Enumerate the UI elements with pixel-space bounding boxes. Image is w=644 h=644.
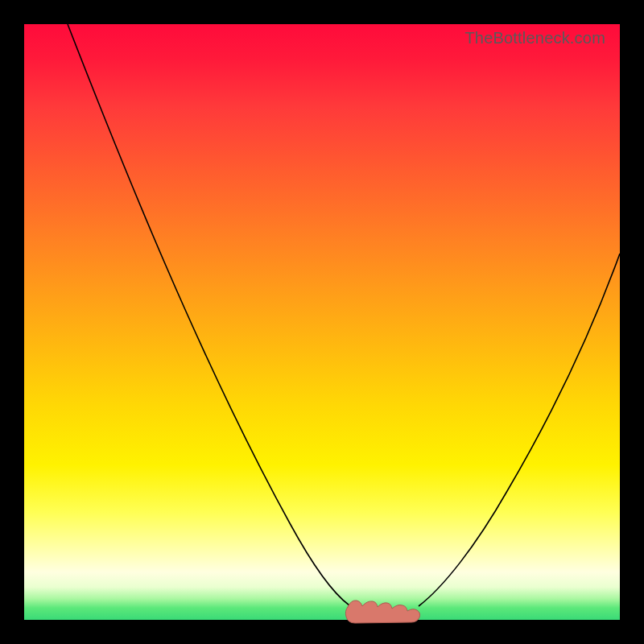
chart-frame: TheBottleneck.com bbox=[0, 0, 644, 644]
curve-layer bbox=[24, 24, 620, 620]
curve-left-limb bbox=[68, 24, 349, 605]
plot-area: TheBottleneck.com bbox=[24, 24, 620, 620]
curve-right-limb bbox=[419, 254, 620, 606]
trough-marker bbox=[345, 601, 419, 623]
